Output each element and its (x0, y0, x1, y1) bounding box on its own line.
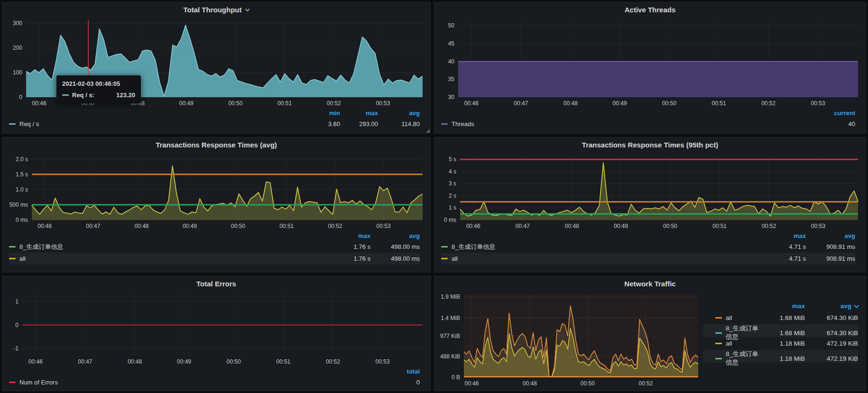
legend-value-avg: 498.00 ms (370, 255, 420, 262)
legend-value-min: 3.60 (307, 120, 340, 128)
panel-title-total-errors[interactable]: Total Errors (2, 276, 430, 291)
legend-row: all 1.68 MiB 674.30 KiB (703, 311, 858, 324)
legend-col-max[interactable]: max (340, 110, 378, 117)
svg-text:0 ms: 0 ms (16, 217, 28, 223)
legend-value-current: 40 (813, 120, 855, 128)
legend-value-max: 4.71 s (765, 255, 806, 262)
legend-value-avg: 908.91 ms (806, 255, 855, 262)
series-dash-icon (9, 258, 16, 259)
network-traffic-body: 0 B488 KiB977 KiB1.4 MiB1.9 MiB00:4600:4… (434, 291, 866, 391)
legend-series-num-of-errors[interactable]: Num of Errors (9, 379, 377, 386)
svg-text:-1: -1 (13, 345, 18, 352)
errors-chart[interactable]: -10100:4600:4700:4800:4900:5000:5100:520… (5, 291, 427, 366)
legend-value-avg: 674.30 KiB (805, 314, 858, 321)
legend-series-all[interactable]: all (9, 255, 330, 262)
legend-series-order-info-out[interactable]: 8_生成订单信息 (715, 324, 761, 341)
legend-col-avg[interactable]: avg (378, 110, 420, 117)
svg-text:00:52: 00:52 (327, 100, 341, 107)
threads-chart[interactable]: 303540455000:4600:4700:4800:4900:5000:51… (437, 17, 863, 108)
legend-col-avg[interactable]: avg (370, 232, 420, 239)
legend-series-label: 8_生成订单信息 (726, 324, 761, 341)
legend-col-avg[interactable]: avg (805, 302, 858, 310)
panel-title-total-throughput[interactable]: Total Throughput (2, 2, 430, 17)
legend: min max avg Req / s 3.60 293.00 114.80 (2, 108, 430, 132)
svg-text:35: 35 (448, 76, 455, 82)
panel-title-active-threads[interactable]: Active Threads (434, 2, 866, 17)
svg-text:200: 200 (13, 45, 22, 51)
legend: total Num of Errors 0 (2, 366, 430, 390)
legend-value-max: 4.71 s (765, 243, 806, 250)
svg-text:00:52: 00:52 (326, 358, 340, 365)
legend-value-avg: 498.00 ms (370, 243, 420, 250)
legend-series-all[interactable]: all (441, 255, 765, 262)
legend-series-order-info-in[interactable]: 8_生成订单信息 (715, 350, 761, 367)
chevron-down-icon[interactable] (245, 8, 249, 12)
svg-text:00:48: 00:48 (128, 358, 142, 365)
series-dash-icon (9, 382, 16, 383)
svg-text:300: 300 (13, 20, 22, 27)
svg-text:00:48: 00:48 (565, 223, 579, 229)
legend-series-order-info[interactable]: 8_生成订单信息 (441, 243, 765, 251)
panel-resize-handle[interactable] (426, 129, 430, 133)
svg-text:0 B: 0 B (452, 374, 460, 381)
legend-series-req-s[interactable]: Req / s (9, 120, 307, 128)
chart-tooltip: 2021-02-03 00:46:05 Req / s: 123.20 (56, 75, 141, 103)
svg-text:00:52: 00:52 (638, 380, 653, 387)
tooltip-series-row: Req / s: 123.20 (62, 91, 135, 99)
legend-series-all-out[interactable]: all (715, 314, 761, 321)
legend-col-min[interactable]: min (307, 110, 340, 117)
legend-value-avg: 908.91 ms (806, 243, 855, 250)
svg-text:2 s: 2 s (449, 192, 456, 199)
legend-row: 8_生成订单信息 1.76 s 498.00 ms (9, 241, 420, 253)
resp-avg-chart[interactable]: 0 ms500 ms1.0 s1.5 s2.0 s00:4600:4700:48… (5, 152, 427, 230)
legend-value-total: 0 (377, 379, 420, 386)
network-chart[interactable]: 0 B488 KiB977 KiB1.4 MiB1.9 MiB00:4600:4… (434, 291, 701, 388)
svg-text:00:53: 00:53 (376, 100, 390, 107)
panel-network-traffic: Network Traffic 0 B488 KiB977 KiB1.4 MiB… (434, 276, 866, 391)
series-dash-icon (715, 343, 722, 344)
svg-text:00:49: 00:49 (183, 223, 197, 229)
panel-title-response-times-95pct[interactable]: Transactions Response Times (95th pct) (434, 137, 866, 152)
legend-series-label: 8_生成订单信息 (452, 243, 495, 251)
svg-text:00:51: 00:51 (277, 100, 292, 107)
svg-text:00:48: 00:48 (523, 380, 537, 387)
legend-value-max: 1.76 s (330, 243, 370, 250)
svg-text:00:52: 00:52 (761, 100, 776, 107)
legend-row: Req / s 3.60 293.00 114.80 (9, 118, 420, 130)
legend-header: max avg (9, 230, 420, 241)
panel-title-network-traffic[interactable]: Network Traffic (434, 276, 866, 291)
svg-text:00:51: 00:51 (712, 100, 726, 107)
svg-text:488 KiB: 488 KiB (440, 353, 460, 360)
legend-value-avg: 472.19 KiB (805, 355, 858, 362)
legend-series-order-info[interactable]: 8_生成订单信息 (9, 243, 330, 251)
legend-series-threads[interactable]: Threads (441, 120, 813, 128)
svg-text:00:53: 00:53 (811, 223, 825, 229)
svg-text:00:48: 00:48 (135, 223, 149, 229)
legend-series-all-in[interactable]: all (715, 340, 761, 347)
svg-text:00:46: 00:46 (37, 223, 52, 229)
resp-95-chart[interactable]: 0 ms1 s2 s3 s4 s5 s00:4600:4700:4800:490… (437, 152, 863, 230)
legend-col-max[interactable]: max (765, 232, 806, 239)
svg-text:1.0 s: 1.0 s (16, 186, 28, 193)
svg-text:1.9 MiB: 1.9 MiB (441, 293, 460, 300)
panel-title-text: Total Errors (196, 280, 236, 288)
legend-col-current[interactable]: current (813, 110, 855, 117)
svg-text:00:49: 00:49 (179, 100, 194, 107)
legend: current Threads 40 (434, 108, 866, 132)
legend-col-max[interactable]: max (761, 302, 805, 310)
panel-title-text: Transactions Response Times (avg) (156, 141, 277, 149)
legend-series-label: all (452, 255, 458, 262)
legend-value-avg: 472.19 KiB (805, 340, 858, 347)
legend-col-avg[interactable]: avg (806, 232, 855, 239)
panel-title-response-times-avg[interactable]: Transactions Response Times (avg) (2, 137, 430, 152)
panel-title-text: Active Threads (625, 6, 676, 14)
legend-value-avg: 114.80 (378, 120, 420, 128)
legend-col-max[interactable]: max (330, 232, 370, 239)
legend-col-total[interactable]: total (377, 368, 420, 375)
svg-text:00:47: 00:47 (86, 223, 100, 229)
legend-series-label: Num of Errors (19, 379, 58, 386)
legend-row: Num of Errors 0 (9, 376, 420, 388)
svg-text:30: 30 (448, 94, 455, 101)
svg-text:00:53: 00:53 (811, 100, 825, 107)
svg-text:0: 0 (19, 94, 22, 101)
